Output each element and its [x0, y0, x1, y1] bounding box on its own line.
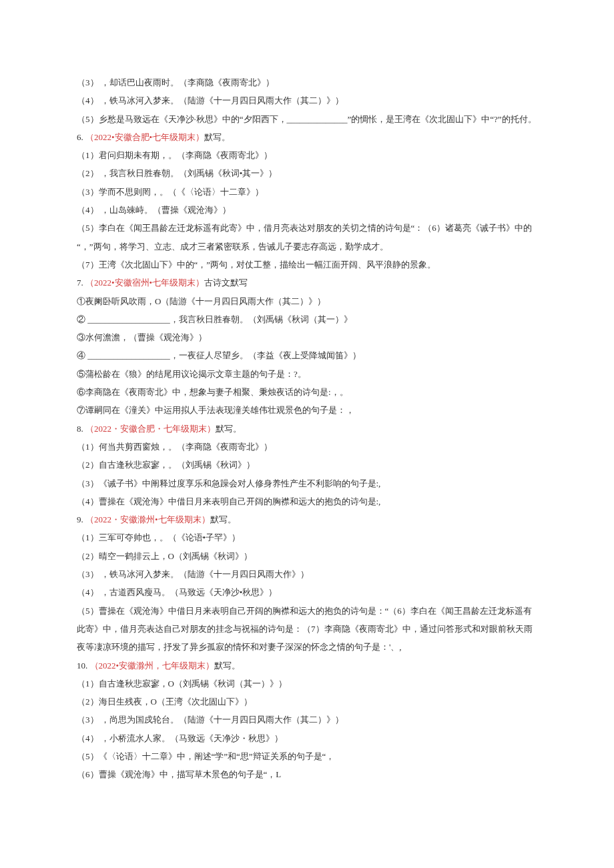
- body-text: （2）海日生残夜，O（王湾《次北固山下》）: [77, 697, 252, 707]
- text-line: （6）曹操《观沧海》中，描写草木景色的句子是“，L: [77, 765, 537, 783]
- text-line: 10. （2022•安徽滁州，七年级期末）默写。: [77, 657, 537, 675]
- text-line: ④ ___________________，一夜征人尽望乡。（李益《夜上受降城闻…: [77, 346, 537, 364]
- body-text: ④ ___________________，一夜征人尽望乡。（李益《夜上受降城闻…: [77, 350, 361, 360]
- body-text: ，却话巴山夜雨时。（李商隐《夜雨寄北》）: [99, 77, 274, 87]
- text-line: （3） ，却话巴山夜雨时。（李商隐《夜雨寄北》）: [77, 73, 537, 91]
- text-line: （5）李白在《闻王昌龄左迁龙标遥有此寄》中，借月亮表达对朋友的关切之情的诗句是“…: [77, 219, 537, 256]
- text-line: （3）学而不思则罔，。（《〈论语〉十二章》）: [77, 183, 537, 201]
- body-text: （1）自古逢秋悲寂寥，O（刘禹锡《秋词（其一）》）: [77, 679, 287, 689]
- source-label: （2022・安徽滁州•七年级期末）: [85, 514, 210, 524]
- body-text: 默写。: [216, 424, 242, 434]
- text-line: （4） ，古道西风瘦马。（马致远《天净沙•秋思》）: [77, 583, 537, 601]
- body-text: ⑤蒲松龄在《狼》的结尾用议论揭示文章主题的句子是：?。: [77, 369, 306, 379]
- body-text: （4）曹操在《观沧海》中借日月来表明自己开阔的胸襟和远大的抱负的诗句是:,: [77, 496, 380, 506]
- text-line: （4）曹操在《观沧海》中借日月来表明自己开阔的胸襟和远大的抱负的诗句是:,: [77, 492, 537, 510]
- text-line: （2）海日生残夜，O（王湾《次北固山下》）: [77, 693, 537, 711]
- text-line: （2）晴空一鹤排云上，O（刘禹锡《秋词》）: [77, 547, 537, 565]
- text-line: （5）《〈论语〉十二章》中，阐述“学”和“思”辩证关系的句子是“，: [77, 747, 537, 765]
- text-line: ② ___________________，我言秋日胜春朝。（刘禹锡《秋词（其一…: [77, 310, 537, 328]
- text-line: （4） ，铁马冰河入梦来。（陆游《十一月四日风雨大作（其二）》）: [77, 91, 537, 109]
- body-text: ，铁马冰河入梦来。（陆游《十一月四日风雨大作（其二）》）: [99, 95, 344, 105]
- text-line: ①夜阑卧听风吹雨，O（陆游《十一月四日风雨大作（其二）》）: [77, 292, 537, 310]
- body-text: （3）: [77, 77, 99, 87]
- body-text: （2） ，我言秋日胜春朝。（刘禹锡《秋词•其一》）: [77, 168, 277, 178]
- text-line: （2）自古逢秋悲寂寥，。（刘禹锡《秋词》）: [77, 456, 537, 474]
- body-text: （4） ，山岛竦峙。（曹操《观沧海》）: [77, 205, 231, 215]
- body-text: （1）三军可夺帅也，。（《论语•子罕》）: [77, 532, 240, 542]
- body-text: ② ___________________，我言秋日胜春朝。（刘禹锡《秋词（其一…: [77, 314, 352, 324]
- body-text: （4） ，古道西风瘦马。（马致远《天净沙•秋思》）: [77, 587, 277, 597]
- body-text: （2）晴空一鹤排云上，O（刘禹锡《秋词》）: [77, 551, 252, 561]
- text-line: （1）何当共剪西窗烛，。（李商隐《夜雨寄北》）: [77, 438, 537, 456]
- text-line: ③水何澹澹，（曹操《观沧海》）: [77, 328, 537, 346]
- body-text: （6）曹操《观沧海》中，描写草木景色的句子是“，L: [77, 769, 281, 779]
- body-text: ⑥李商隐在《夜雨寄北》中，想象与妻子相聚、秉烛夜话的诗句是:，。: [77, 387, 348, 397]
- source-label: （2022・安徽合肥・七年级期末）: [85, 424, 216, 434]
- body-text: （1）何当共剪西窗烛，。（李商隐《夜雨寄北》）: [77, 442, 272, 452]
- source-label: （2022•安徽宿州•七年级期末）: [85, 278, 204, 288]
- body-text: ①夜阑卧听风吹雨，O（陆游《十一月四日风雨大作（其二）》）: [77, 296, 326, 306]
- body-text: 古诗文默写: [204, 278, 248, 288]
- body-text: ③水何澹澹，（曹操《观沧海》）: [77, 332, 207, 342]
- text-line: （4） ，小桥流水人家。（马致远《天净沙・秋思》）: [77, 729, 537, 747]
- body-text: 7.: [77, 278, 85, 288]
- body-text: 默写。: [214, 661, 240, 671]
- body-text: ⑦谭嗣同在《潼关》中运用拟人手法表现潼关雄伟壮观景色的句子是：，: [77, 405, 354, 415]
- text-line: 7. （2022•安徽宿州•七年级期末）古诗文默写: [77, 274, 537, 292]
- body-text: （5）乡愁是马致远在《天净沙·秋思》中的“夕阳西下，______________…: [77, 114, 537, 124]
- text-line: （4） ，山岛竦峙。（曹操《观沧海》）: [77, 201, 537, 219]
- body-text: 8.: [77, 424, 85, 434]
- text-line: （3）《诫子书》中阐释过度享乐和急躁会对人修身养性产生不利影响的句子是:,: [77, 474, 537, 492]
- source-label: （2022•安徽合肥•七年级期末）: [85, 132, 204, 142]
- body-text: （7）王湾《次北固山下》中的“，”两句，对仗工整，描绘出一幅江面开阔、风平浪静的…: [77, 260, 436, 270]
- text-line: （5）乡愁是马致远在《天净沙·秋思》中的“夕阳西下，______________…: [77, 110, 537, 128]
- document-page: （3） ，却话巴山夜雨时。（李商隐《夜雨寄北》）（4） ，铁马冰河入梦来。（陆游…: [0, 0, 614, 868]
- text-line: （2） ，我言秋日胜春朝。（刘禹锡《秋词•其一》）: [77, 164, 537, 182]
- text-line: ⑤蒲松龄在《狼》的结尾用议论揭示文章主题的句子是：?。: [77, 365, 537, 383]
- body-text: （3） ，铁马冰河入梦来。（陆游《十一月四日风雨大作》）: [77, 569, 309, 579]
- text-line: 9. （2022・安徽滁州•七年级期末）默写。: [77, 510, 537, 528]
- body-text: （1）君问归期未有期，。（李商隐《夜雨寄北》）: [77, 150, 272, 160]
- text-line: （3） ，铁马冰河入梦来。（陆游《十一月四日风雨大作》）: [77, 565, 537, 583]
- body-text: （4）: [77, 95, 99, 105]
- body-text: （3）《诫子书》中阐释过度享乐和急躁会对人修身养性产生不利影响的句子是:,: [77, 478, 380, 488]
- body-text: （5）曹操在《观沧海》中借日月来表明自己开阔的胸襟和远大的抱负的诗句是：“（6）…: [77, 606, 533, 653]
- text-line: ⑦谭嗣同在《潼关》中运用拟人手法表现潼关雄伟壮观景色的句子是：，: [77, 401, 537, 419]
- body-text: 默写。: [210, 514, 236, 524]
- body-text: 默写。: [204, 132, 230, 142]
- body-text: （3）学而不思则罔，。（《〈论语〉十二章》）: [77, 187, 264, 197]
- text-line: （3） ，尚思为国戍轮台。（陆游《十一月四日风雨大作（其二）》）: [77, 711, 537, 729]
- body-text: 9.: [77, 514, 85, 524]
- body-text: （5）李白在《闻王昌龄左迁龙标遥有此寄》中，借月亮表达对朋友的关切之情的诗句是“…: [77, 223, 532, 251]
- body-text: （3） ，尚思为国戍轮台。（陆游《十一月四日风雨大作（其二）》）: [77, 715, 344, 725]
- body-text: （4） ，小桥流水人家。（马致远《天净沙・秋思》）: [77, 733, 283, 743]
- text-line: （1）自古逢秋悲寂寥，O（刘禹锡《秋词（其一）》）: [77, 675, 537, 693]
- text-line: ⑥李商隐在《夜雨寄北》中，想象与妻子相聚、秉烛夜话的诗句是:，。: [77, 383, 537, 401]
- text-line: （5）曹操在《观沧海》中借日月来表明自己开阔的胸襟和远大的抱负的诗句是：“（6）…: [77, 602, 537, 657]
- text-line: （1）君问归期未有期，。（李商隐《夜雨寄北》）: [77, 146, 537, 164]
- body-text: 10.: [77, 661, 90, 671]
- text-line: （7）王湾《次北固山下》中的“，”两句，对仗工整，描绘出一幅江面开阔、风平浪静的…: [77, 256, 537, 274]
- body-text: （5）《〈论语〉十二章》中，阐述“学”和“思”辩证关系的句子是“，: [77, 751, 334, 761]
- source-label: （2022•安徽滁州，七年级期末）: [90, 661, 215, 671]
- body-text: 6.: [77, 132, 85, 142]
- body-text: （2）自古逢秋悲寂寥，。（刘禹锡《秋词》）: [77, 460, 255, 470]
- text-line: 8. （2022・安徽合肥・七年级期末）默写。: [77, 420, 537, 438]
- text-line: （1）三军可夺帅也，。（《论语•子罕》）: [77, 528, 537, 546]
- text-line: 6. （2022•安徽合肥•七年级期末）默写。: [77, 128, 537, 146]
